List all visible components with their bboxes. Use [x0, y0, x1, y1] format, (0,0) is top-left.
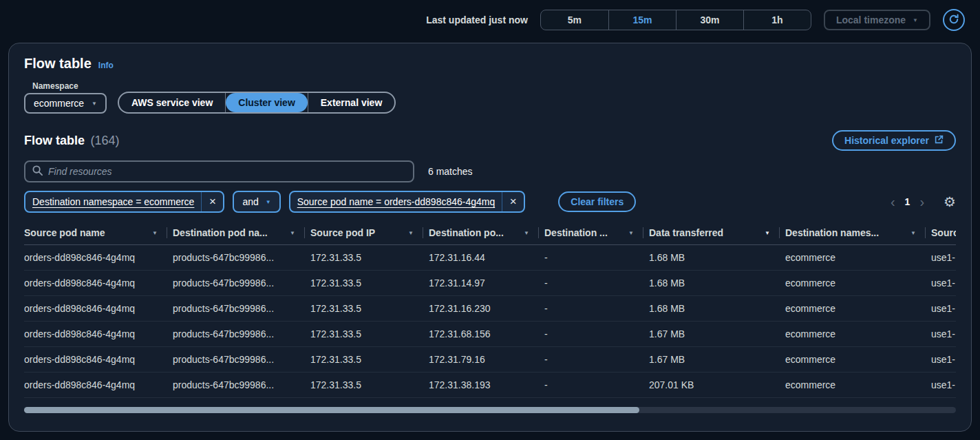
filter-token-label[interactable]: Source pod name = orders-dd898c846-4g4mq [290, 192, 502, 211]
column-label: Sourc [931, 227, 956, 238]
cell-data-transferred: 1.68 MB [649, 245, 785, 271]
table-row[interactable]: orders-dd898c846-4g4mq products-647bc999… [24, 271, 956, 296]
column-label: Data transferred [649, 227, 723, 238]
column-filter-icon[interactable]: ▼ [408, 230, 414, 236]
column-label: Source pod IP [310, 227, 375, 238]
table-settings-button[interactable]: ⚙ [944, 195, 956, 209]
search-box [24, 160, 414, 182]
cell-source-pod-ip: 172.31.33.5 [310, 296, 429, 322]
cell-source-clipped: use1- [931, 373, 956, 398]
cell-destination: - [544, 245, 649, 271]
cell-source-clipped: use1- [931, 322, 956, 347]
remove-filter-button[interactable]: × [502, 192, 524, 211]
time-range-15m[interactable]: 15m [608, 10, 676, 30]
close-icon: × [510, 195, 517, 209]
column-filter-icon[interactable]: ▼ [628, 230, 634, 236]
chevron-down-icon: ▼ [266, 199, 271, 205]
col-header-source-pod-ip[interactable]: Source pod IP▼ [310, 222, 429, 245]
view-segmented-control: AWS service view Cluster view External v… [118, 92, 396, 114]
matches-count: 6 matches [428, 166, 473, 177]
cell-destination: - [544, 296, 649, 322]
column-label: Destination po... [429, 227, 504, 238]
remove-filter-button[interactable]: × [201, 192, 223, 211]
col-header-destination-pod-name[interactable]: Destination pod na...▼ [173, 222, 310, 245]
flow-table-panel: Flow table Info Namespace ecommerce ▼ AW… [8, 43, 972, 432]
namespace-select[interactable]: ecommerce ▼ [24, 93, 107, 114]
cell-source-clipped: use1- [931, 271, 956, 296]
next-page-button[interactable]: › [914, 195, 930, 209]
table-row[interactable]: orders-dd898c846-4g4mq products-647bc999… [24, 347, 956, 373]
table-header-row: Source pod name▼ Destination pod na...▼ … [24, 222, 956, 245]
tab-external-view[interactable]: External view [308, 93, 395, 112]
cell-source-clipped: use1- [931, 347, 956, 373]
external-link-icon [935, 135, 944, 146]
table-row[interactable]: orders-dd898c846-4g4mq products-647bc999… [24, 373, 956, 398]
column-filter-icon[interactable]: ▼ [152, 230, 158, 236]
cell-source-pod-name: orders-dd898c846-4g4mq [24, 245, 173, 271]
cell-destination-pod-name: products-647bc99986... [173, 373, 310, 398]
cell-destination-pod-ip: 172.31.14.97 [429, 271, 544, 296]
column-label: Destination pod na... [173, 227, 268, 238]
cell-data-transferred: 1.67 MB [649, 347, 785, 373]
cell-destination: - [544, 373, 649, 398]
table-row[interactable]: orders-dd898c846-4g4mq products-647bc999… [24, 245, 956, 271]
cell-destination-pod-name: products-647bc99986... [173, 296, 310, 322]
table-heading: Flow table [24, 134, 85, 147]
cell-source-pod-ip: 172.31.33.5 [310, 245, 429, 271]
cell-source-pod-ip: 172.31.33.5 [310, 271, 429, 296]
cell-destination-namespace: ecommerce [785, 347, 931, 373]
table-row[interactable]: orders-dd898c846-4g4mq products-647bc999… [24, 296, 956, 322]
timezone-dropdown[interactable]: Local timezone ▼ [824, 10, 930, 30]
info-link[interactable]: Info [98, 61, 114, 70]
column-filter-icon[interactable]: ▼ [910, 230, 916, 236]
namespace-value: ecommerce [34, 98, 84, 109]
cell-source-pod-ip: 172.31.33.5 [310, 373, 429, 398]
tab-aws-service-view[interactable]: AWS service view [119, 93, 225, 112]
cell-data-transferred: 207.01 KB [649, 373, 785, 398]
refresh-button[interactable] [943, 9, 965, 31]
col-header-source-clipped[interactable]: Sourc▼ [931, 222, 956, 245]
scrollbar-thumb[interactable] [24, 407, 639, 413]
col-header-destination-namespace[interactable]: Destination names...▼ [785, 222, 931, 245]
table-row[interactable]: orders-dd898c846-4g4mq products-647bc999… [24, 322, 956, 347]
cell-data-transferred: 1.67 MB [649, 322, 785, 347]
flow-table: Source pod name▼ Destination pod na...▼ … [24, 222, 956, 398]
filter-operator-dropdown[interactable]: and ▼ [233, 191, 280, 213]
column-filter-icon[interactable]: ▼ [524, 230, 529, 236]
cell-source-pod-ip: 172.31.33.5 [310, 322, 429, 347]
top-toolbar: Last updated just now 5m 15m 30m 1h Loca… [0, 0, 980, 40]
col-header-destination-pod-ip[interactable]: Destination po...▼ [429, 222, 544, 245]
tab-cluster-view[interactable]: Cluster view [226, 93, 307, 112]
time-range-30m[interactable]: 30m [676, 10, 743, 30]
col-header-source-pod-name[interactable]: Source pod name▼ [24, 222, 173, 245]
column-filter-icon[interactable]: ▼ [290, 230, 295, 236]
cell-destination-pod-name: products-647bc99986... [173, 322, 310, 347]
col-header-destination[interactable]: Destination ...▼ [544, 222, 649, 245]
namespace-field: Namespace ecommerce ▼ [24, 81, 107, 114]
time-range-5m[interactable]: 5m [541, 10, 608, 30]
col-header-data-transferred[interactable]: Data transferred▼ [649, 222, 785, 245]
namespace-label: Namespace [32, 81, 107, 91]
historical-explorer-button[interactable]: Historical explorer [832, 130, 956, 151]
current-page: 1 [901, 196, 915, 207]
cell-destination-pod-ip: 172.31.68.156 [429, 322, 544, 347]
cell-source-pod-name: orders-dd898c846-4g4mq [24, 271, 173, 296]
cell-source-pod-name: orders-dd898c846-4g4mq [24, 347, 173, 373]
cell-source-pod-name: orders-dd898c846-4g4mq [24, 322, 173, 347]
cell-source-clipped: use1- [931, 296, 956, 322]
previous-page-button[interactable]: ‹ [885, 195, 901, 209]
search-icon [32, 165, 43, 178]
time-range-1h[interactable]: 1h [743, 10, 811, 30]
cell-source-pod-name: orders-dd898c846-4g4mq [24, 373, 173, 398]
close-icon: × [209, 195, 216, 209]
cell-destination-namespace: ecommerce [785, 271, 931, 296]
filter-token-destination-namespace: Destination namespace = ecommerce × [24, 191, 224, 213]
cell-destination-pod-ip: 172.31.79.16 [429, 347, 544, 373]
column-label: Source pod name [24, 227, 105, 238]
clear-filters-button[interactable]: Clear filters [558, 191, 636, 212]
search-input[interactable] [48, 166, 406, 177]
horizontal-scrollbar[interactable] [24, 407, 956, 413]
filter-token-label[interactable]: Destination namespace = ecommerce [25, 192, 201, 211]
cell-destination-pod-name: products-647bc99986... [173, 245, 310, 271]
sort-descending-icon[interactable]: ▼ [765, 230, 770, 236]
